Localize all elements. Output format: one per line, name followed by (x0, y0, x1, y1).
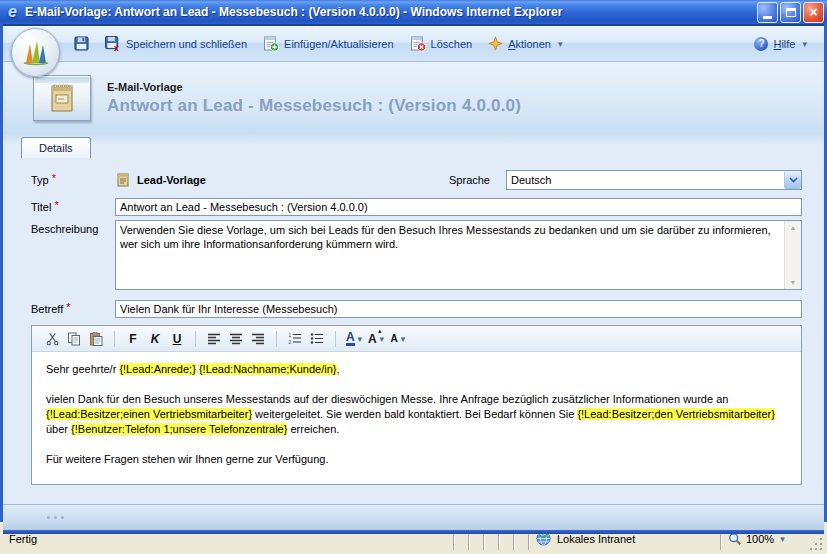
merge-field: {!Lead:Besitzer;den Vertriebsmitarbeiter… (577, 408, 775, 420)
bold-button[interactable]: F (123, 329, 143, 349)
scroll-up-icon[interactable]: ▲ (790, 221, 797, 234)
minimize-icon (763, 16, 772, 19)
paste-button[interactable] (86, 329, 106, 349)
chevron-down-icon: ▾ (780, 534, 785, 544)
font-size-icon: A▴ (368, 332, 377, 346)
insert-update-button[interactable]: Einfügen/Aktualisieren (258, 33, 398, 55)
titlebar[interactable]: e E-Mail-Vorlage: Antwort an Lead - Mess… (0, 0, 827, 24)
underline-button[interactable]: U (167, 329, 187, 349)
window-frame-bottom (3, 530, 824, 534)
entity-type-label: E-Mail-Vorlage (107, 81, 521, 93)
chevron-down-icon (789, 177, 798, 183)
details-form: Typ* Lead-Vorlage Sprache Deutsch (3, 170, 824, 504)
delete-button[interactable]: Löschen (405, 33, 478, 55)
align-right-button[interactable] (248, 329, 268, 349)
body-paragraph: Sehr geehrte/r {!Lead:Anrede;} {!Lead:Na… (46, 362, 787, 377)
close-button[interactable]: × (803, 2, 824, 23)
chevron-down-icon: ▾ (401, 334, 406, 344)
font-color-button[interactable]: A ▾ (344, 329, 364, 349)
actions-button[interactable]: Aktionen ▾ (483, 33, 567, 54)
minimize-button[interactable] (757, 2, 778, 23)
typ-label: Typ* (31, 174, 115, 186)
window-resize-grip[interactable] (808, 523, 825, 554)
svg-text:x: x (114, 43, 119, 51)
merge-field: {!Benutzer:Telefon 1;unsere Telefonzentr… (71, 423, 287, 435)
resize-grip-dots[interactable] (47, 516, 50, 519)
sprache-select[interactable]: Deutsch (506, 170, 802, 190)
body-paragraph: Für weitere Fragen stehen wir Ihnen gern… (46, 452, 787, 467)
actions-label: Aktionen (508, 38, 551, 50)
zoom-level: 100% (746, 533, 774, 545)
titel-row: Titel* (31, 198, 802, 216)
main-toolbar: x Speichern und schließen Einfügen/Aktua… (3, 24, 824, 62)
email-body[interactable]: Sehr geehrte/r {!Lead:Anrede;} {!Lead:Na… (32, 352, 801, 484)
internet-explorer-icon: e (5, 3, 20, 21)
required-marker: * (52, 172, 56, 184)
body-text: Sehr geehrte/r (46, 363, 119, 375)
toolbar-separator (114, 331, 115, 347)
maximize-icon (786, 8, 796, 17)
email-body-editor: F K U (31, 325, 802, 485)
insert-update-icon (263, 36, 279, 52)
align-left-button[interactable] (204, 329, 224, 349)
body-text: Für weitere Fragen stehen wir Ihnen gern… (46, 453, 329, 465)
form-header: E-Mail-Vorlage Antwort an Lead - Messebe… (3, 62, 824, 134)
body-text: , (337, 363, 340, 375)
tab-details[interactable]: Details (21, 137, 91, 158)
scissors-icon (46, 332, 59, 346)
scroll-down-icon[interactable]: ▼ (790, 276, 797, 289)
help-button[interactable]: ? Hilfe ▾ (749, 34, 812, 54)
chevron-down-icon: ▾ (558, 39, 563, 49)
window-title: E-Mail-Vorlage: Antwort an Lead - Messeb… (25, 5, 752, 19)
body-text: vielen Dank für den Besuch unseres Messe… (46, 393, 728, 405)
sprache-label: Sprache (449, 174, 506, 186)
bullet-list-button[interactable] (307, 329, 327, 349)
titel-input[interactable] (115, 198, 802, 216)
font-color-icon: A (346, 331, 355, 346)
dynamics-logo-icon (19, 36, 53, 70)
beschreibung-textarea[interactable]: Verwenden Sie diese Vorlage, um sich bei… (115, 220, 802, 290)
align-left-icon (207, 333, 221, 345)
save-and-close-button[interactable]: x Speichern und schließen (100, 33, 252, 54)
save-button[interactable] (69, 33, 94, 54)
actions-icon (488, 36, 503, 51)
font-size-button[interactable]: A▴ ▾ (366, 329, 386, 349)
required-marker: * (66, 301, 70, 313)
sprache-dropdown-button[interactable] (784, 171, 801, 189)
betreff-row: Betreff* (31, 300, 802, 318)
betreff-input[interactable] (115, 300, 802, 318)
betreff-label: Betreff* (31, 303, 115, 315)
body-paragraph: vielen Dank für den Besuch unseres Messe… (46, 392, 787, 437)
sprache-value: Deutsch (507, 174, 784, 186)
save-and-close-label: Speichern und schließen (126, 38, 247, 50)
font-button[interactable]: A ▾ (388, 329, 408, 349)
chevron-down-icon: ▾ (802, 39, 807, 49)
copy-icon (67, 332, 81, 346)
merge-field: {!Lead:Nachname;Kunde/in} (199, 363, 337, 375)
beschreibung-scrollbar[interactable]: ▲ ▼ (784, 221, 801, 289)
window-frame: x Speichern und schließen Einfügen/Aktua… (0, 24, 827, 522)
help-label: Hilfe (773, 38, 795, 50)
numbered-list-button[interactable]: 1 2 (285, 329, 305, 349)
maximize-button[interactable] (780, 2, 801, 23)
form-footer (3, 504, 824, 530)
zone-label: Lokales Intranet (557, 533, 635, 545)
align-center-icon (229, 333, 243, 345)
merge-field: {!Lead:Besitzer;einen Vertriebsmitarbeit… (46, 408, 252, 420)
italic-button[interactable]: K (145, 329, 165, 349)
window-controls: × (757, 2, 824, 23)
cut-button[interactable] (42, 329, 62, 349)
notepad-icon (49, 82, 75, 114)
save-close-icon: x (105, 36, 121, 51)
chevron-down-icon: ▾ (358, 334, 363, 344)
titel-label: Titel* (31, 201, 115, 213)
svg-text:2: 2 (289, 339, 292, 345)
copy-button[interactable] (64, 329, 84, 349)
delete-label: Löschen (431, 38, 473, 50)
svg-text:1: 1 (289, 332, 292, 338)
body-text: weitergeleitet. Sie werden bald kontakti… (252, 408, 577, 420)
align-center-button[interactable] (226, 329, 246, 349)
chevron-down-icon: ▾ (380, 334, 385, 344)
required-marker: * (54, 199, 58, 211)
help-icon: ? (754, 37, 768, 51)
